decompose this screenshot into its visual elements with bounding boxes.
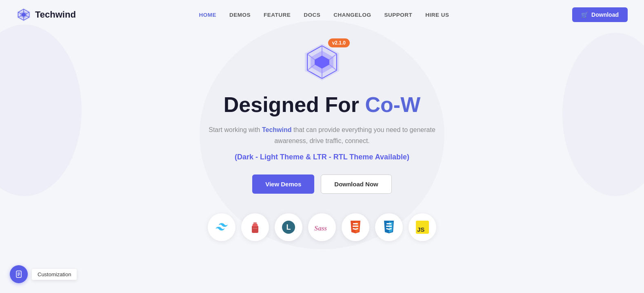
css3-svg xyxy=(382,220,395,235)
nav-support[interactable]: SUPPORT xyxy=(384,12,412,18)
tech-icon-tailwind[interactable] xyxy=(208,213,235,241)
tech-icon-html5[interactable] xyxy=(342,213,369,241)
hero-theme-note: (Dark - Light Theme & LTR - RTL Theme Av… xyxy=(235,153,409,161)
nav-changelog[interactable]: CHANGELOG xyxy=(333,12,371,18)
svg-text:JS: JS xyxy=(417,226,424,233)
download-now-button[interactable]: Download Now xyxy=(321,174,392,194)
laravel-svg: L xyxy=(281,220,296,235)
tech-icons-row: L Sass xyxy=(208,213,436,241)
nav-links: HOME DEMOS FEATURE DOCS CHANGELOG SUPPOR… xyxy=(199,11,449,18)
hero-section: v2.1.0 Designed For Co-W Start working w… xyxy=(0,29,644,241)
svg-rect-24 xyxy=(253,228,258,229)
navbar: Techwind HOME DEMOS FEATURE DOCS CHANGEL… xyxy=(0,0,644,29)
cart-icon: 🛒 xyxy=(581,11,588,18)
customization-button[interactable]: Customization xyxy=(10,265,77,283)
hero-actions: View Demos Download Now xyxy=(252,174,392,194)
nav-hire-us[interactable]: HIRE US xyxy=(425,12,449,18)
svg-rect-37 xyxy=(386,223,391,224)
html5-svg xyxy=(349,220,362,235)
tech-icon-gulp[interactable] xyxy=(241,213,269,241)
hero-title-highlight: Co-W xyxy=(365,93,421,116)
svg-rect-23 xyxy=(253,226,258,227)
tech-icon-js[interactable]: JS xyxy=(409,213,436,241)
svg-text:L: L xyxy=(286,223,291,231)
tech-icon-laravel[interactable]: L xyxy=(275,213,302,241)
hero-title: Designed For Co-W xyxy=(224,92,420,117)
brand-name: Techwind xyxy=(35,9,76,20)
js-svg: JS xyxy=(415,220,430,235)
svg-text:Sass: Sass xyxy=(314,224,327,232)
brand-logo-icon xyxy=(16,7,31,22)
nav-feature[interactable]: FEATURE xyxy=(264,12,291,18)
hero-logo-wrapper: v2.1.0 xyxy=(302,42,342,84)
version-badge: v2.1.0 xyxy=(328,38,350,47)
nav-demos[interactable]: DEMOS xyxy=(229,12,251,18)
tailwind-svg xyxy=(214,220,229,235)
svg-rect-32 xyxy=(353,223,358,224)
sass-svg: Sass xyxy=(313,221,331,233)
nav-docs[interactable]: DOCS xyxy=(304,12,320,18)
tech-icon-css3[interactable] xyxy=(375,213,403,241)
customization-label: Customization xyxy=(32,269,77,280)
hero-subtitle: Start working with Techwind that can pro… xyxy=(208,124,436,146)
document-icon xyxy=(15,270,23,278)
svg-rect-22 xyxy=(253,222,257,224)
tech-icon-sass[interactable]: Sass xyxy=(308,213,336,241)
gulp-svg xyxy=(249,220,262,235)
hero-brand-emphasis: Techwind xyxy=(262,126,292,133)
nav-download-button[interactable]: 🛒 Download xyxy=(572,7,628,22)
hero-title-prefix: Designed For xyxy=(224,93,365,116)
hero-logo-icon xyxy=(302,42,342,83)
nav-download-label: Download xyxy=(591,11,619,18)
svg-rect-30 xyxy=(353,226,358,227)
svg-rect-35 xyxy=(386,226,392,227)
nav-home[interactable]: HOME xyxy=(199,12,216,18)
customization-icon[interactable] xyxy=(10,265,28,283)
view-demos-button[interactable]: View Demos xyxy=(252,174,314,194)
brand-logo-link[interactable]: Techwind xyxy=(16,7,76,22)
